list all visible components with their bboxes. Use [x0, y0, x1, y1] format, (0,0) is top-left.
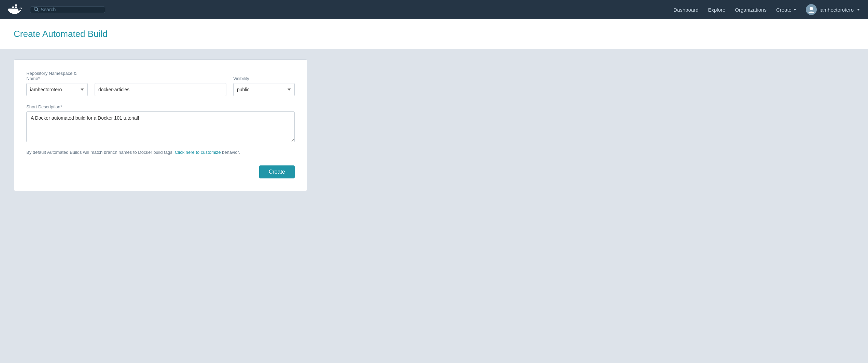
- repo-name-group: name: [95, 76, 226, 96]
- docker-logo[interactable]: [8, 4, 22, 15]
- user-chevron-icon: [857, 9, 860, 11]
- svg-point-8: [810, 7, 813, 10]
- visibility-group: Visibility public: [233, 76, 295, 96]
- svg-line-7: [37, 10, 38, 11]
- desc-group: Short Description* A Docker automated bu…: [26, 104, 295, 142]
- namespace-group: Repository Namespace & Name* iamhectorot…: [26, 71, 88, 96]
- svg-rect-4: [15, 6, 17, 8]
- nav-explore[interactable]: Explore: [708, 7, 725, 13]
- nav-links: Dashboard Explore Organizations Create i…: [673, 4, 860, 15]
- namespace-label: Repository Namespace & Name*: [26, 71, 88, 81]
- svg-rect-3: [12, 6, 14, 8]
- namespace-row: Repository Namespace & Name* iamhectorot…: [26, 71, 295, 96]
- namespace-select[interactable]: iamhectorotero: [26, 83, 88, 96]
- avatar: [806, 4, 817, 15]
- svg-rect-5: [15, 4, 17, 6]
- customize-link[interactable]: Click here to customize: [175, 150, 221, 155]
- desc-label: Short Description*: [26, 104, 295, 109]
- form-hint: By default Automated Builds will match b…: [26, 149, 295, 156]
- nav-dashboard[interactable]: Dashboard: [673, 7, 698, 13]
- repo-name-input[interactable]: [95, 83, 226, 96]
- visibility-select[interactable]: public: [233, 83, 295, 96]
- page-title: Create Automated Build: [14, 29, 854, 39]
- page-header: Create Automated Build: [0, 19, 868, 49]
- search-box[interactable]: [30, 6, 105, 13]
- form-actions: Create: [26, 165, 295, 178]
- create-chevron-icon: [794, 9, 796, 11]
- search-input[interactable]: [41, 7, 95, 12]
- form-card: Repository Namespace & Name* iamhectorot…: [14, 59, 307, 191]
- visibility-label: Visibility: [233, 76, 295, 81]
- desc-textarea[interactable]: A Docker automated build for a Docker 10…: [26, 111, 295, 142]
- nav-user[interactable]: iamhectorotero: [806, 4, 860, 15]
- nav-create[interactable]: Create: [776, 7, 796, 13]
- create-button[interactable]: Create: [259, 165, 295, 178]
- search-icon: [34, 7, 39, 13]
- nav-organizations[interactable]: Organizations: [735, 7, 767, 13]
- navbar: Dashboard Explore Organizations Create i…: [0, 0, 868, 19]
- page-content: Repository Namespace & Name* iamhectorot…: [0, 49, 868, 363]
- username-label: iamhectorotero: [820, 7, 854, 13]
